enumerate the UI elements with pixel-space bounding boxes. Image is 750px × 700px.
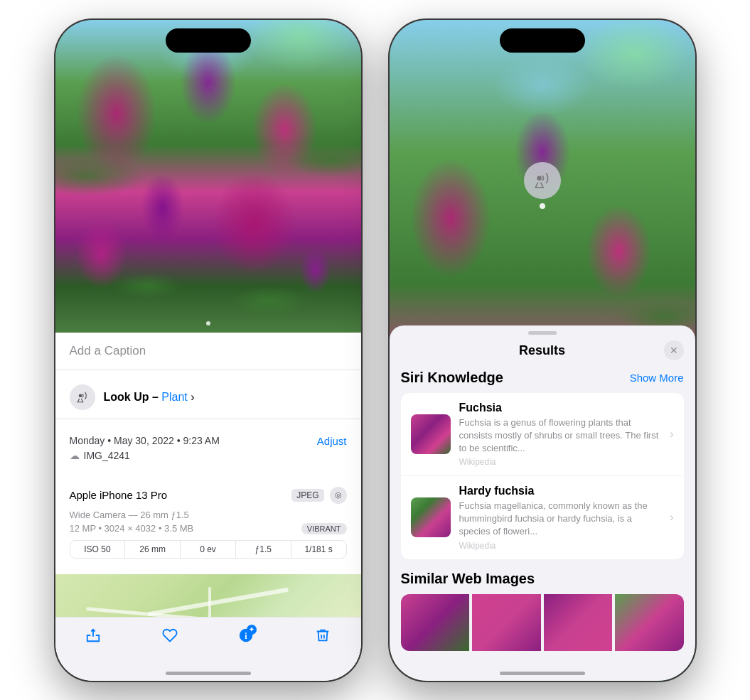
similar-image-3[interactable] xyxy=(544,594,613,651)
trash-button[interactable] xyxy=(315,628,331,647)
hardy-fuchsia-thumbnail xyxy=(411,497,451,537)
exif-row: ISO 50 26 mm 0 ev ƒ1.5 1/181 s xyxy=(70,540,347,559)
file-details: 12 MP • 3024 × 4032 • 3.5 MB VIBRANT xyxy=(70,523,347,534)
right-phone: Results ✕ Siri Knowledge Show More Fuc xyxy=(390,20,695,681)
hardy-fuchsia-chevron: › xyxy=(670,511,673,524)
hardy-fuchsia-item[interactable]: Hardy fuchsia Fuchsia magellanica, commo… xyxy=(401,476,684,559)
similar-images-grid xyxy=(401,594,684,651)
info-button[interactable]: i ✦ xyxy=(238,628,254,647)
fuchsia-chevron: › xyxy=(670,428,673,441)
look-up-row[interactable]: Look Up – Plant › xyxy=(55,376,361,419)
similar-image-1[interactable] xyxy=(401,594,470,651)
siri-knowledge-section-header: Siri Knowledge Show More xyxy=(401,370,684,386)
fuchsia-name: Fuchsia xyxy=(459,402,662,414)
page-dot xyxy=(206,321,210,325)
exif-ev: 0 ev xyxy=(181,541,236,558)
right-home-indicator xyxy=(500,672,585,675)
device-name: Apple iPhone 13 Pro xyxy=(70,489,168,501)
location-icon: ◎ xyxy=(330,487,347,504)
similar-image-2[interactable] xyxy=(472,594,541,651)
fuchsia-desc: Fuchsia is a genus of flowering plants t… xyxy=(459,416,662,456)
info-badge: ✦ xyxy=(247,625,257,635)
similar-image-4[interactable] xyxy=(615,594,684,651)
results-panel: Results ✕ Siri Knowledge Show More Fuc xyxy=(390,325,695,681)
share-button[interactable] xyxy=(85,628,101,647)
svg-point-0 xyxy=(78,394,82,397)
cloud-icon: ☁ xyxy=(70,450,80,461)
fuchsia-thumbnail xyxy=(411,414,451,454)
adjust-button[interactable]: Adjust xyxy=(317,435,347,447)
results-title: Results xyxy=(519,343,565,358)
camera-details: Wide Camera — 26 mm ƒ1.5 xyxy=(70,510,347,520)
siri-visual-search-icon xyxy=(524,162,561,199)
exif-focal: 26 mm xyxy=(125,541,181,558)
trash-icon xyxy=(315,628,331,647)
format-badge: JPEG xyxy=(291,489,323,502)
results-content: Siri Knowledge Show More Fuchsia Fuchsia… xyxy=(390,367,695,665)
exif-iso: ISO 50 xyxy=(70,541,126,558)
hardy-fuchsia-source: Wikipedia xyxy=(459,541,662,551)
look-up-label: Look Up – Plant › xyxy=(104,391,195,404)
svg-point-3 xyxy=(537,176,542,181)
vibrant-badge: VIBRANT xyxy=(301,523,347,534)
siri-dot xyxy=(540,203,545,209)
similar-web-images-section: Similar Web Images xyxy=(401,571,684,651)
filename: IMG_4241 xyxy=(84,450,130,461)
results-header: Results ✕ xyxy=(390,335,695,367)
hardy-fuchsia-desc: Fuchsia magellanica, commonly known as t… xyxy=(459,500,662,539)
similar-web-images-title: Similar Web Images xyxy=(401,571,684,587)
share-icon xyxy=(85,628,101,647)
exif-shutter: 1/181 s xyxy=(291,541,346,558)
dynamic-island xyxy=(166,28,251,53)
heart-icon xyxy=(162,628,178,647)
right-dynamic-island xyxy=(500,28,585,53)
photo-date: Monday • May 30, 2022 • 9:23 AM xyxy=(70,435,220,446)
siri-visual-look-up-icon xyxy=(70,384,95,410)
show-more-button[interactable]: Show More xyxy=(630,372,684,384)
siri-knowledge-title: Siri Knowledge xyxy=(401,370,503,386)
heart-button[interactable] xyxy=(162,628,178,647)
hardy-fuchsia-text: Hardy fuchsia Fuchsia magellanica, commo… xyxy=(459,485,662,551)
right-screen: Results ✕ Siri Knowledge Show More Fuc xyxy=(390,20,695,681)
fuchsia-text: Fuchsia Fuchsia is a genus of flowering … xyxy=(459,402,662,468)
exif-aperture: ƒ1.5 xyxy=(236,541,291,558)
fuchsia-item[interactable]: Fuchsia Fuchsia is a genus of flowering … xyxy=(401,393,684,477)
fuchsia-source: Wikipedia xyxy=(459,457,662,467)
metadata-row: Monday • May 30, 2022 • 9:23 AM Adjust ☁… xyxy=(55,425,361,471)
knowledge-card: Fuchsia Fuchsia is a genus of flowering … xyxy=(401,393,684,559)
hardy-fuchsia-name: Hardy fuchsia xyxy=(459,485,662,497)
photo-area[interactable] xyxy=(55,20,361,333)
home-indicator xyxy=(166,672,251,675)
device-info-row: Apple iPhone 13 Pro JPEG ◎ Wide Camera —… xyxy=(55,477,361,569)
left-screen: Add a Caption Look Up – Plant › M xyxy=(55,20,361,681)
left-phone: Add a Caption Look Up – Plant › M xyxy=(55,20,361,681)
caption-placeholder[interactable]: Add a Caption xyxy=(70,344,146,357)
leaves-overlay xyxy=(55,20,361,333)
close-button[interactable]: ✕ xyxy=(664,340,684,360)
caption-area[interactable]: Add a Caption xyxy=(55,333,361,370)
